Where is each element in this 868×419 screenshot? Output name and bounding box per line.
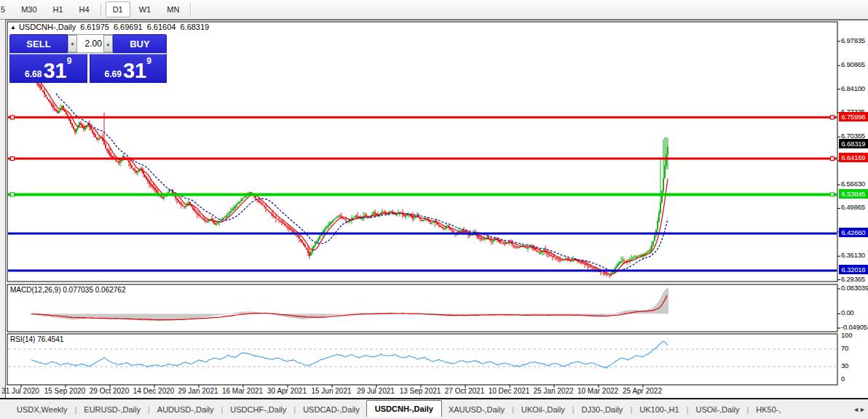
macd-tick-label: 0.083039	[841, 284, 868, 292]
ohlc-close: 6.68319	[180, 23, 209, 31]
tab-usdcad-daily[interactable]: USDCAD-,Daily	[296, 402, 366, 418]
price-tick-label: 6.84100	[841, 84, 865, 92]
price-tick-label: 6.97835	[841, 36, 865, 44]
volume-input[interactable]	[77, 35, 103, 52]
tabs-scroll-arrows: ◄►	[848, 399, 866, 419]
date-axis-label: 29 Jul 2021	[357, 387, 395, 395]
tab-audusd-daily[interactable]: AUDUSD-,Daily	[151, 402, 221, 418]
mt4-window: 5M30H1H4D1W1MN ▲USDCNH-,Daily6.619756.69…	[0, 0, 868, 419]
rsi-name: RSI(14)	[10, 335, 35, 343]
date-axis-label: 31 Jul 2020	[1, 387, 39, 395]
bid-big-digits: 31	[43, 60, 66, 81]
bid-price-button[interactable]: 6.68 31 9	[9, 54, 87, 83]
price-tick-label: 6.29365	[841, 275, 865, 283]
chart-tabs: USDX,Weekly|EURUSD-,Daily|AUDUSD-,Daily|…	[0, 399, 868, 419]
date-axis-label: 27 Oct 2021	[445, 387, 484, 395]
tab-xauusd-daily[interactable]: XAUUSD-,Daily	[442, 402, 511, 418]
date-axis-label: 16 Mar 2021	[222, 387, 263, 395]
tabs-scroll-left-icon[interactable]: ◄	[853, 406, 859, 413]
date-axis-label: 15 Jun 2021	[311, 387, 351, 395]
rsi-tick-label: 70	[841, 344, 848, 352]
date-axis-label: 25 Apr 2022	[623, 387, 662, 395]
macd-name: MACD(12,26,9)	[10, 286, 60, 294]
volume-stepper: ▼ ▲	[68, 34, 113, 53]
ohlc-open: 6.61975	[80, 23, 109, 31]
price-line-label[interactable]: 6.42660	[839, 228, 868, 237]
rsi-value: 76.4541	[37, 335, 63, 343]
rsi-tick-label: 30	[841, 362, 848, 370]
date-axis-label: 10 Mar 2022	[577, 387, 618, 395]
one-click-trading-panel: SELL ▼ ▲ BUY 6.68 31 9 6.69 31 9	[9, 34, 167, 83]
buy-button[interactable]: BUY	[113, 34, 167, 53]
tab-eurusd-daily[interactable]: EURUSD-,Daily	[77, 402, 147, 418]
price-tick-label: 6.56630	[841, 180, 865, 188]
price-tick-label: 6.90865	[841, 60, 865, 68]
chart-window: ▲USDCNH-,Daily6.619756.696916.616046.683…	[5, 20, 868, 400]
macd-values: 0.077035 0.062762	[63, 286, 125, 294]
date-axis-label: 10 Dec 2021	[489, 387, 530, 395]
ask-price-button[interactable]: 6.69 31 9	[90, 54, 167, 83]
tabs-scroll-right-icon[interactable]: ►	[859, 406, 866, 413]
current-price-label: 6.68319	[839, 139, 868, 148]
tab-ukoil-daily[interactable]: UKOil-,Daily	[515, 402, 572, 418]
bid-prefix: 6.68	[25, 69, 42, 81]
price-tick-label: 6.36130	[841, 251, 865, 259]
tab-uk100-h1[interactable]: UK100-,H1	[633, 402, 685, 418]
macd-tick-label: -0.049054	[841, 323, 868, 331]
price-line-label[interactable]: 6.32018	[839, 265, 868, 274]
tab-usoil-daily[interactable]: USOil-,Daily	[690, 402, 746, 418]
rsi-tick-label: 0	[841, 375, 845, 383]
chart-title: ▲USDCNH-,Daily6.619756.696916.616046.683…	[10, 23, 209, 31]
volume-up-icon[interactable]: ▲	[103, 35, 113, 52]
symbol-title: USDCNH-,Daily	[19, 23, 76, 31]
rsi-indicator-label: RSI(14) 76.4541	[10, 335, 63, 343]
collapse-icon[interactable]: ▲	[10, 24, 16, 31]
ask-prefix: 6.69	[105, 69, 122, 81]
price-line-label[interactable]: 6.75998	[839, 112, 868, 121]
sell-button[interactable]: SELL	[9, 34, 68, 53]
price-line-label[interactable]: 6.53845	[839, 189, 868, 199]
tab-usdx-weekly[interactable]: USDX,Weekly	[10, 402, 74, 418]
date-axis-label: 29 Oct 2020	[90, 387, 129, 395]
ohlc-high: 6.69691	[114, 23, 143, 31]
date-axis-label: 29 Jan 2021	[178, 387, 218, 395]
macd-indicator-label: MACD(12,26,9) 0.077035 0.062762	[10, 286, 125, 294]
tab-hk50-[interactable]: HK50-,	[749, 402, 787, 418]
date-axis-label: 14 Dec 2020	[133, 387, 175, 395]
price-line-label[interactable]: 6.64169	[839, 153, 868, 162]
ask-pip-digit: 9	[146, 56, 151, 66]
tab-usdcnh-daily[interactable]: USDCNH-,Daily	[366, 400, 442, 417]
date-axis-label: 13 Sep 2021	[400, 387, 441, 395]
date-axis-label: 15 Sep 2020	[44, 387, 86, 395]
volume-down-icon[interactable]: ▼	[68, 35, 77, 52]
date-axis-label: 25 Jan 2022	[533, 387, 573, 395]
ask-big-digits: 31	[123, 60, 146, 81]
bid-pip-digit: 9	[67, 56, 72, 66]
macd-tick-label: 0.00	[841, 308, 854, 316]
tab-usdchf-daily[interactable]: USDCHF-,Daily	[224, 402, 293, 418]
price-tick-label: 6.49865	[841, 203, 865, 211]
rsi-tick-label: 100	[841, 331, 852, 339]
ohlc-low: 6.61604	[147, 23, 176, 31]
tab-dj30-daily[interactable]: DJ30-,Daily	[575, 402, 630, 418]
date-axis-label: 30 Apr 2021	[267, 387, 307, 395]
